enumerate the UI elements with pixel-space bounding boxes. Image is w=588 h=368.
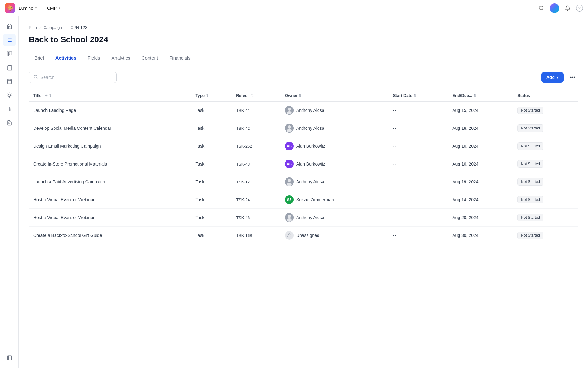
- search-input[interactable]: [40, 75, 112, 80]
- cell-end-date: Aug 20, 2024: [448, 209, 513, 227]
- table-row[interactable]: Launch Landing Page Task TSK-41 Anthony …: [29, 102, 578, 119]
- cell-reference: TSK-252: [232, 137, 281, 155]
- cell-owner: AB Alan Burkowitz: [281, 155, 389, 173]
- svg-point-35: [287, 129, 292, 132]
- tab-analytics[interactable]: Analytics: [106, 52, 136, 64]
- project-label: CMP: [47, 6, 57, 11]
- project-selector[interactable]: CMP ▾: [47, 6, 60, 11]
- title-sort-icon[interactable]: ⇅: [49, 94, 51, 97]
- start-sort-icon[interactable]: ⇅: [413, 94, 416, 97]
- sidebar-item-analytics[interactable]: [3, 103, 16, 115]
- cell-status: Not Started: [513, 191, 578, 209]
- cell-type: Task: [191, 137, 232, 155]
- more-button[interactable]: •••: [567, 72, 578, 83]
- notification-icon[interactable]: [564, 5, 571, 12]
- table-row[interactable]: Host a Virtual Event or Webinar Task TSK…: [29, 209, 578, 227]
- sidebar-item-board[interactable]: [3, 48, 16, 60]
- col-reference: Refer... ⇅: [232, 89, 281, 102]
- workspace-selector[interactable]: Lumino ▾: [19, 6, 37, 11]
- table-header-row: Title + ⇅ Type ⇅ Refer...: [29, 89, 578, 102]
- svg-line-16: [11, 97, 11, 97]
- add-button[interactable]: Add ▾: [541, 72, 564, 83]
- cell-type: Task: [191, 227, 232, 244]
- status-badge: Not Started: [517, 196, 543, 203]
- tab-content[interactable]: Content: [136, 52, 164, 64]
- cell-title: Launch Landing Page: [29, 102, 191, 119]
- cell-title: Develop Social Media Content Calendar: [29, 119, 191, 137]
- cell-start-date: --: [389, 155, 448, 173]
- cell-type: Task: [191, 102, 232, 119]
- breadcrumb-campaign[interactable]: Campaign: [43, 25, 62, 30]
- cell-owner: AB Alan Burkowitz: [281, 137, 389, 155]
- table-row[interactable]: Create a Back-to-School Gift Guide Task …: [29, 227, 578, 244]
- cell-reference: TSK-48: [232, 209, 281, 227]
- cell-reference: TSK-168: [232, 227, 281, 244]
- workspace-chevron-icon: ▾: [35, 6, 37, 10]
- owner-name: Anthony Aiosa: [296, 215, 324, 220]
- sidebar-item-documents[interactable]: [3, 117, 16, 129]
- sidebar-item-collapse[interactable]: [3, 352, 16, 364]
- add-col-icon[interactable]: +: [45, 92, 48, 98]
- help-icon[interactable]: ?: [576, 5, 583, 12]
- cell-start-date: --: [389, 191, 448, 209]
- search-icon: [34, 75, 38, 80]
- tab-financials[interactable]: Financials: [164, 52, 196, 64]
- search-box[interactable]: [29, 72, 117, 83]
- cell-title: Create In-Store Promotional Materials: [29, 155, 191, 173]
- cell-start-date: --: [389, 227, 448, 244]
- ref-sort-icon[interactable]: ⇅: [251, 94, 254, 97]
- svg-point-0: [539, 6, 543, 10]
- svg-rect-9: [9, 52, 10, 54]
- cell-owner: Anthony Aiosa: [281, 102, 389, 119]
- search-icon[interactable]: [538, 5, 545, 12]
- sidebar-item-library[interactable]: [3, 61, 16, 74]
- svg-point-42: [288, 234, 290, 235]
- svg-line-1: [542, 9, 543, 10]
- col-status: Status: [513, 89, 578, 102]
- cell-title: Host a Virtual Event or Webinar: [29, 191, 191, 209]
- status-badge: Not Started: [517, 142, 543, 150]
- table-row[interactable]: Launch a Paid Advertising Campaign Task …: [29, 173, 578, 191]
- toolbar: Add ▾ •••: [29, 72, 578, 83]
- status-badge: Not Started: [517, 107, 543, 114]
- cell-owner: Anthony Aiosa: [281, 209, 389, 227]
- topbar: 🎨 Lumino ▾ CMP ▾ ?: [0, 0, 588, 16]
- breadcrumb-pipe: |: [66, 25, 67, 30]
- tab-fields[interactable]: Fields: [82, 52, 106, 64]
- owner-name: Anthony Aiosa: [296, 108, 324, 113]
- user-avatar[interactable]: [550, 3, 559, 13]
- tab-activities[interactable]: Activities: [50, 52, 82, 64]
- svg-line-19: [8, 97, 8, 97]
- cell-title: Create a Back-to-School Gift Guide: [29, 227, 191, 244]
- sidebar: [0, 16, 19, 368]
- status-badge: Not Started: [517, 124, 543, 132]
- end-sort-icon[interactable]: ⇅: [474, 94, 476, 97]
- table-row[interactable]: Host a Virtual Event or Webinar Task TSK…: [29, 191, 578, 209]
- cell-status: Not Started: [513, 209, 578, 227]
- svg-rect-26: [7, 356, 12, 360]
- tab-brief[interactable]: Brief: [29, 52, 50, 64]
- cell-title: Host a Virtual Event or Webinar: [29, 209, 191, 227]
- table-row[interactable]: Develop Social Media Content Calendar Ta…: [29, 119, 578, 137]
- sidebar-item-list[interactable]: [3, 34, 16, 46]
- cell-reference: TSK-43: [232, 155, 281, 173]
- owner-sort-icon[interactable]: ⇅: [299, 94, 301, 97]
- col-title: Title + ⇅: [29, 89, 191, 102]
- owner-name: Alan Burkowitz: [296, 144, 325, 149]
- type-sort-icon[interactable]: ⇅: [206, 94, 208, 97]
- sidebar-item-ideas[interactable]: [3, 89, 16, 102]
- sidebar-item-stack[interactable]: [3, 75, 16, 88]
- app-logo[interactable]: 🎨: [5, 3, 15, 13]
- sidebar-item-home[interactable]: [3, 20, 16, 33]
- status-badge: Not Started: [517, 160, 543, 168]
- cell-reference: TSK-24: [232, 191, 281, 209]
- cell-status: Not Started: [513, 173, 578, 191]
- cell-reference: TSK-41: [232, 102, 281, 119]
- table-row[interactable]: Create In-Store Promotional Materials Ta…: [29, 155, 578, 173]
- svg-line-20: [11, 93, 11, 94]
- breadcrumb-plan[interactable]: Plan: [29, 25, 37, 30]
- cell-type: Task: [191, 155, 232, 173]
- cell-start-date: --: [389, 119, 448, 137]
- owner-name: Anthony Aiosa: [296, 179, 324, 184]
- table-row[interactable]: Design Email Marketing Campaign Task TSK…: [29, 137, 578, 155]
